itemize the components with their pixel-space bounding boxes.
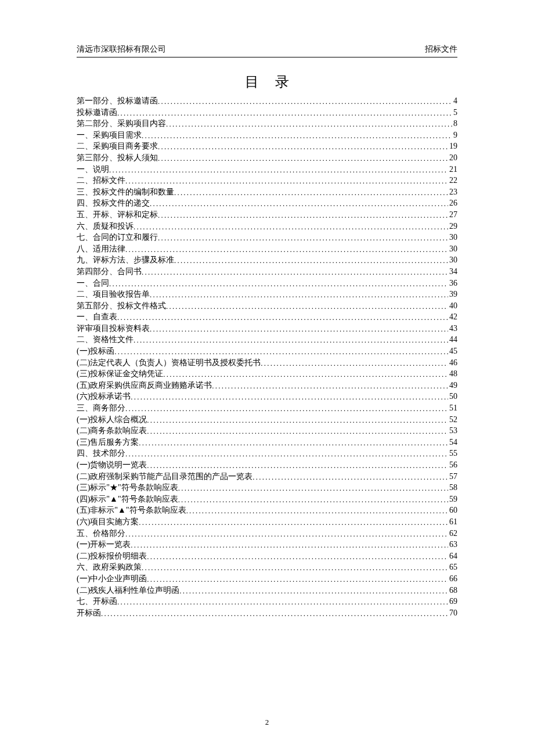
toc-row: 第四部分、合同书34 <box>77 268 457 276</box>
toc-entry-page: 55 <box>448 449 457 458</box>
toc-entry-label: 投标邀请函 <box>77 109 117 117</box>
toc-entry-page: 44 <box>448 336 457 344</box>
toc-row: 一、说明21 <box>77 165 457 174</box>
toc-row: (六)项目实施方案61 <box>77 518 457 526</box>
toc-entry-page: 34 <box>448 268 457 276</box>
toc-entry-label: 一、采购项目需求 <box>77 131 142 139</box>
toc-leader-dots <box>117 314 448 321</box>
toc-leader-dots <box>212 382 448 390</box>
toc-entry-page: 65 <box>448 563 457 571</box>
toc-entry-label: (三)投标保证金交纳凭证 <box>77 370 163 378</box>
toc-row: 二、项目验收报告单39 <box>77 290 457 298</box>
toc-entry-page: 30 <box>448 256 457 264</box>
toc-row: 二、采购项目商务要求19 <box>77 142 457 150</box>
toc-entry-label: 三、商务部分 <box>77 404 125 412</box>
toc-leader-dots <box>142 132 452 139</box>
toc-row: (二)投标报价明细表64 <box>77 552 457 560</box>
toc-entry-page: 51 <box>448 404 457 412</box>
toc-entry-page: 50 <box>448 393 457 401</box>
toc-row: 四、技术部分55 <box>77 449 457 458</box>
toc-row: 第二部分、采购项目内容8 <box>77 120 457 128</box>
toc-entry-label: 一、合同 <box>77 279 109 287</box>
toc-entry-label: (一)投标函 <box>77 347 114 355</box>
toc-entry-label: (二)法定代表人（负责人）资格证明书及授权委托书 <box>77 359 261 367</box>
toc-entry-page: 53 <box>448 427 457 435</box>
toc-leader-dots <box>117 109 452 117</box>
toc-leader-dots <box>134 223 448 231</box>
toc-entry-page: 60 <box>448 506 457 514</box>
toc-row: 第五部分、投标文件格式40 <box>77 302 457 310</box>
toc-entry-page: 68 <box>448 586 457 595</box>
toc-entry-page: 39 <box>448 290 457 298</box>
toc-entry-label: (五)政府采购供应商反商业贿赂承诺书 <box>77 381 212 390</box>
toc-entry-label: 二、采购项目商务要求 <box>77 142 158 150</box>
toc-entry-page: 54 <box>448 438 457 447</box>
toc-row: 一、自查表42 <box>77 313 457 321</box>
toc-row: 评审项目投标资料表43 <box>77 325 457 333</box>
toc-entry-label: (一)投标人综合概况 <box>77 416 147 424</box>
toc-leader-dots <box>150 200 448 207</box>
toc-entry-label: 评审项目投标资料表 <box>77 325 150 333</box>
toc-entry-page: 64 <box>448 552 457 560</box>
toc-leader-dots <box>178 496 448 503</box>
toc-title: 目录 <box>77 73 457 91</box>
toc-entry-label: 七、合同的订立和履行 <box>77 233 158 242</box>
toc-leader-dots <box>166 303 448 310</box>
toc-row: (五)政府采购供应商反商业贿赂承诺书49 <box>77 381 457 390</box>
header-doc-type: 招标文件 <box>425 44 457 55</box>
toc-entry-page: 27 <box>448 211 457 219</box>
toc-entry-label: 五、价格部分 <box>77 530 125 538</box>
toc-leader-dots <box>125 246 448 253</box>
toc-entry-label: 七、开标函 <box>77 597 117 606</box>
toc-entry-page: 22 <box>448 177 457 185</box>
toc-row: (一)中小企业声明函66 <box>77 575 457 583</box>
toc-entry-page: 62 <box>448 530 457 538</box>
toc-leader-dots <box>125 405 448 412</box>
table-of-contents: 第一部分、投标邀请函4投标邀请函5第二部分、采购项目内容8一、采购项目需求9二、… <box>77 97 457 617</box>
toc-leader-dots <box>158 234 448 242</box>
toc-entry-page: 9 <box>452 131 457 139</box>
toc-row: 投标邀请函5 <box>77 109 457 117</box>
toc-entry-page: 57 <box>448 473 457 481</box>
toc-row: (二)政府强制采购节能产品目录范围的产品一览表57 <box>77 473 457 481</box>
toc-entry-label: 第三部分、投标人须知 <box>77 154 158 162</box>
document-page: 清远市深联招标有限公司 招标文件 目录 第一部分、投标邀请函4投标邀请函5第二部… <box>0 0 534 655</box>
toc-leader-dots <box>163 370 448 378</box>
toc-row: 七、开标函69 <box>77 597 457 606</box>
toc-leader-dots <box>134 336 448 344</box>
toc-entry-label: 开标函 <box>77 609 101 617</box>
toc-leader-dots <box>147 553 448 560</box>
toc-entry-page: 8 <box>452 120 457 128</box>
toc-row: 九、评标方法、步骤及标准30 <box>77 256 457 264</box>
toc-entry-page: 29 <box>448 222 457 231</box>
toc-leader-dots <box>178 484 448 492</box>
toc-row: (三)售后服务方案54 <box>77 438 457 447</box>
toc-entry-page: 49 <box>448 381 457 390</box>
toc-leader-dots <box>252 473 448 481</box>
toc-entry-page: 5 <box>452 109 457 117</box>
toc-leader-dots <box>158 154 448 162</box>
toc-entry-label: (四)标示"▲"符号条款响应表 <box>77 495 178 503</box>
toc-row: 三、商务部分51 <box>77 404 457 412</box>
toc-entry-page: 45 <box>448 347 457 355</box>
toc-leader-dots <box>147 575 448 583</box>
toc-leader-dots <box>125 450 448 458</box>
toc-leader-dots <box>101 610 448 617</box>
page-number: 2 <box>265 718 269 726</box>
toc-entry-label: (六)项目实施方案 <box>77 518 139 526</box>
toc-entry-label: 九、评标方法、步骤及标准 <box>77 256 174 264</box>
toc-row: (三)标示"★"符号条款响应表58 <box>77 484 457 492</box>
toc-entry-page: 70 <box>448 609 457 617</box>
toc-row: 六、政府采购政策65 <box>77 563 457 571</box>
toc-entry-label: 第五部分、投标文件格式 <box>77 302 166 310</box>
toc-row: (二)商务条款响应表53 <box>77 427 457 435</box>
toc-leader-dots <box>174 257 448 264</box>
toc-entry-page: 20 <box>448 154 457 162</box>
toc-entry-label: 六、质疑和投诉 <box>77 222 134 231</box>
toc-leader-dots <box>117 598 448 606</box>
toc-row: 二、资格性文件44 <box>77 336 457 344</box>
toc-entry-label: 二、资格性文件 <box>77 336 134 344</box>
toc-entry-page: 42 <box>448 313 457 321</box>
toc-entry-label: 六、政府采购政策 <box>77 563 142 571</box>
toc-entry-label: 四、投标文件的递交 <box>77 199 150 207</box>
